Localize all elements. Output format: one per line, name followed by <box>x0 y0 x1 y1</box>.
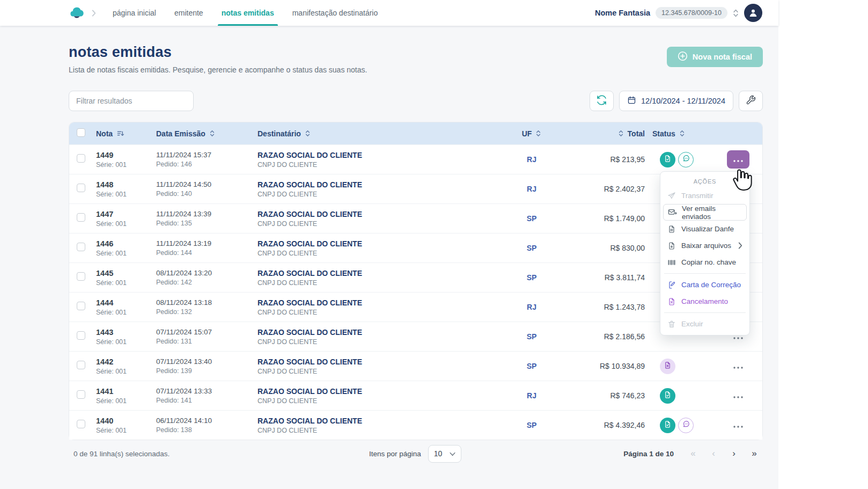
menu-item-baixar-arquivos[interactable]: Baixar arquivos <box>663 237 747 254</box>
toolbar: 12/10/2024 - 12/11/2024 <box>69 91 763 111</box>
app-logo-icon[interactable] <box>69 6 85 19</box>
nota-cell: 1444 Série: 001 <box>93 298 156 316</box>
doc-check-teal-status-icon[interactable] <box>660 152 675 167</box>
column-header-uf[interactable]: UF <box>513 129 550 138</box>
refresh-icon <box>596 94 607 107</box>
nav-item-emitente[interactable]: emitente <box>165 0 212 26</box>
emissao-cell: 06/11/2024 14:10 Pedido: 138 <box>156 417 258 434</box>
nav-item-manifestacao-destinatario[interactable]: manifestação destinatário <box>283 0 387 26</box>
column-header-destinatario[interactable]: Destinatário <box>258 129 513 138</box>
company-tax-id-badge: 12.345.678/0009-10 <box>656 7 727 19</box>
menu-item-copiar-no-chave[interactable]: Copiar no. chave <box>663 254 747 271</box>
download-icon <box>667 242 676 250</box>
nota-serie: Série: 001 <box>96 397 156 405</box>
invoices-table-card: Nota Data Emissão Destinatário UF <box>69 122 763 440</box>
destinatario-name: RAZAO SOCIAL DO CLIENTE <box>258 151 513 159</box>
row-checkbox[interactable] <box>77 420 85 428</box>
column-header-total[interactable]: Total <box>550 129 652 138</box>
per-page-select[interactable]: 10 <box>428 445 461 463</box>
main-content: notas emitidas Lista de notas fiscais em… <box>0 26 778 489</box>
last-page-button[interactable]: » <box>746 445 763 462</box>
row-actions-button[interactable] <box>727 416 749 434</box>
nota-serie: Série: 001 <box>96 191 156 198</box>
table-settings-button[interactable] <box>739 91 763 111</box>
emissao-cell: 11/11/2024 14:50 Pedido: 140 <box>156 180 258 198</box>
sort-both-icon <box>679 129 685 137</box>
filter-input[interactable] <box>69 91 194 111</box>
user-avatar[interactable] <box>744 4 762 22</box>
menu-item-label: Visualizar Danfe <box>681 225 734 233</box>
emissao-datetime: 06/11/2024 14:10 <box>156 417 258 425</box>
column-header-data-emissao[interactable]: Data Emissão <box>156 129 258 138</box>
doc-x-icon <box>664 361 672 371</box>
row-checkbox-cell <box>69 302 93 312</box>
uf-value: SP <box>513 362 550 370</box>
row-actions-button[interactable] <box>727 386 749 405</box>
row-checkbox[interactable] <box>77 272 85 281</box>
nav-item-pagina-inicial[interactable]: página inicial <box>104 0 165 26</box>
doc-check-teal-status-icon[interactable] <box>660 388 675 404</box>
row-checkbox[interactable] <box>77 361 85 369</box>
table-row-1444: 1444 Série: 001 08/11/2024 13:18 Pedido:… <box>69 292 762 322</box>
pedido-number: Pedido: 144 <box>156 249 258 257</box>
row-actions-button[interactable] <box>727 150 749 169</box>
tools-icon <box>746 95 756 107</box>
nota-number: 1441 <box>96 387 156 396</box>
nota-number: 1443 <box>96 328 156 337</box>
destinatario-cell: RAZAO SOCIAL DO CLIENTE CNPJ DO CLIENTE <box>258 269 513 287</box>
date-range-value: 12/10/2024 - 12/11/2024 <box>641 97 725 105</box>
menu-item-ver-emails-enviados[interactable]: Ver emails enviados <box>663 204 747 221</box>
row-actions-button[interactable] <box>727 357 749 375</box>
menu-item-visualizar-danfe[interactable]: Visualizar Danfe <box>663 221 747 237</box>
nota-cell: 1446 Série: 001 <box>93 239 156 257</box>
doc-x-purple-status-icon[interactable] <box>660 359 675 374</box>
next-page-button[interactable]: › <box>725 445 742 462</box>
chevron-down-icon <box>450 449 455 458</box>
topbar-right: Nome Fantasia 12.345.678/0009-10 <box>595 4 762 22</box>
row-checkbox[interactable] <box>77 243 85 251</box>
menu-item-carta-de-correcao[interactable]: Carta de Correção <box>663 276 747 293</box>
nota-number: 1447 <box>96 210 156 218</box>
table-row-1446: 1446 Série: 001 11/11/2024 13:19 Pedido:… <box>69 233 762 262</box>
date-range-button[interactable]: 12/10/2024 - 12/11/2024 <box>619 91 733 111</box>
row-checkbox[interactable] <box>77 154 85 163</box>
chat-purple-status-icon[interactable] <box>678 418 694 433</box>
row-checkbox[interactable] <box>77 302 85 310</box>
pedido-number: Pedido: 132 <box>156 308 258 316</box>
destinatario-cnpj: CNPJ DO CLIENTE <box>258 309 513 316</box>
refresh-button[interactable] <box>590 91 614 111</box>
nav-item-notas-emitidas[interactable]: notas emitidas <box>212 0 283 26</box>
app-window: página inicialemitentenotas emitidasmani… <box>0 0 778 489</box>
row-checkbox[interactable] <box>77 331 85 340</box>
menu-item-label: Cancelamento <box>681 297 728 305</box>
menu-item-cancelamento[interactable]: Cancelamento <box>663 293 747 310</box>
nota-number: 1449 <box>96 151 156 159</box>
row-checkbox[interactable] <box>77 390 85 399</box>
status-cell <box>652 388 714 404</box>
menu-divider <box>664 312 746 313</box>
nota-cell: 1440 Série: 001 <box>93 417 156 434</box>
row-checkbox-cell <box>69 420 93 430</box>
new-invoice-button[interactable]: Nova nota fiscal <box>667 47 763 67</box>
doc-check-teal-status-icon[interactable] <box>660 418 675 433</box>
column-header-status[interactable]: Status <box>652 129 714 138</box>
nota-cell: 1442 Série: 001 <box>93 357 156 375</box>
uf-value: RJ <box>513 391 550 400</box>
company-selector-icon[interactable] <box>733 9 739 18</box>
plus-circle-icon <box>678 51 688 63</box>
destinatario-cnpj: CNPJ DO CLIENTE <box>258 338 513 346</box>
emissao-cell: 11/11/2024 13:39 Pedido: 135 <box>156 210 258 227</box>
column-header-nota[interactable]: Nota <box>93 129 156 138</box>
total-value: R$ 2.186,56 <box>550 332 652 341</box>
prev-page-button[interactable]: ‹ <box>705 445 722 462</box>
row-checkbox[interactable] <box>77 213 85 222</box>
nota-number: 1445 <box>96 269 156 278</box>
uf-value: SP <box>513 332 550 341</box>
row-checkbox[interactable] <box>77 184 85 192</box>
first-page-button[interactable]: « <box>685 445 702 462</box>
select-all-checkbox[interactable] <box>77 128 85 137</box>
chat-teal-status-icon[interactable] <box>678 152 694 167</box>
destinatario-name: RAZAO SOCIAL DO CLIENTE <box>258 210 513 218</box>
row-checkbox-cell <box>69 361 93 371</box>
nota-serie: Série: 001 <box>96 368 156 375</box>
